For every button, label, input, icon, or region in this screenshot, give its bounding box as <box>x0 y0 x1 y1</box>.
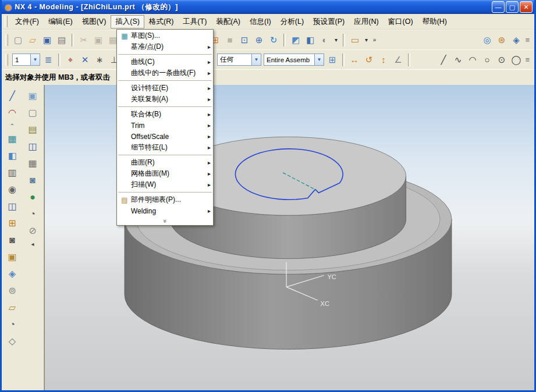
line-tool-icon[interactable]: ╱ <box>5 88 20 104</box>
circle-tool-icon[interactable]: ○ <box>480 53 494 67</box>
view-sync-icon[interactable]: ◎ <box>480 33 494 47</box>
toolbar-icon[interactable] <box>343 34 345 47</box>
shaded-view-icon[interactable]: ◩ <box>289 33 303 47</box>
spline-tool-icon[interactable]: ∿ <box>451 53 465 67</box>
menu-item-sketch[interactable]: ▦ 草图(S)... <box>117 30 213 41</box>
titlebar[interactable]: ◉ NX 4 - Modeling - [ZhiChiLun.prt （修改的）… <box>2 0 534 14</box>
snapshot-icon[interactable]: ▢ <box>25 105 40 120</box>
menubar-item-window[interactable]: 窗口(O) <box>384 15 418 28</box>
arc-tool-icon[interactable]: ◠ <box>5 105 20 120</box>
menu-item-surface[interactable]: 曲面(R) ▸ <box>117 157 213 168</box>
cut-icon[interactable]: ✂ <box>77 33 91 47</box>
reference-book-icon[interactable]: ◫ <box>5 199 20 214</box>
line-tool-icon[interactable]: ╱ <box>436 53 450 67</box>
chevron-down-icon[interactable]: ▼ <box>30 54 40 65</box>
menu-item-design-feature[interactable]: 设计特征(E) ▸ <box>117 83 213 94</box>
shaded-sphere-icon[interactable]: ◙ <box>25 173 40 188</box>
chevron-down-icon[interactable]: ▼ <box>314 54 324 65</box>
datum-plane-icon[interactable]: ◧ <box>5 148 20 163</box>
view-dropdown-icon[interactable]: ▾ <box>332 33 340 47</box>
rotate-object-icon[interactable]: ↺ <box>362 53 376 67</box>
menubar-item-format[interactable]: 格式(R) <box>144 15 178 28</box>
menubar-item-edit[interactable]: 编辑(E) <box>44 15 77 28</box>
restore-button[interactable]: ▢ <box>506 1 519 13</box>
menu-item-combine[interactable]: 联合体(B) ▸ <box>117 109 213 120</box>
menu-item-curve-from-curve[interactable]: 曲线中的一条曲线(F) ▸ <box>117 67 213 79</box>
new-file-icon[interactable]: ▢ <box>11 33 25 47</box>
scale-object-icon[interactable]: ↕ <box>377 53 391 67</box>
more-tools-icon[interactable]: ◇ <box>5 334 20 349</box>
zoom-in-out-icon[interactable]: ⊕ <box>252 33 266 47</box>
save-icon[interactable]: ▣ <box>40 33 54 47</box>
menubar-item-analysis[interactable]: 分析(L) <box>276 15 308 28</box>
menu-item-detail-feature[interactable]: 细节特征(L) ▸ <box>117 142 213 153</box>
menu-item-welding[interactable]: Welding ▸ <box>117 205 213 216</box>
tube-icon[interactable]: ▱ <box>5 300 20 315</box>
menubar-item-view[interactable]: 视图(V) <box>77 15 111 28</box>
menubar-item-file[interactable]: 文件(F) <box>10 15 44 28</box>
toolbar-handle-icon[interactable]: ≣ <box>524 53 531 67</box>
sphere-icon[interactable]: ◙ <box>5 233 20 248</box>
circle-center-tool-icon[interactable]: ⊙ <box>495 53 509 67</box>
boss-icon[interactable]: ⊞ <box>5 216 20 231</box>
customize-icon[interactable]: ⊛ <box>495 33 509 47</box>
angle-snap-icon[interactable]: ∠ <box>391 53 405 67</box>
display-mode-icon[interactable]: ■ <box>223 33 237 47</box>
layer-settings-icon[interactable]: ≣ <box>41 53 55 67</box>
tools-icon[interactable]: ◈ <box>509 33 523 47</box>
measure-dropdown-icon[interactable]: ▾ <box>363 33 370 47</box>
hole-icon[interactable]: ◉ <box>5 182 20 197</box>
toolbar-icon[interactable] <box>72 34 74 47</box>
wireframe-view-icon[interactable]: ◧ <box>303 33 317 47</box>
toolbar-icon[interactable] <box>342 54 345 66</box>
zoom-window-icon[interactable]: ⊡ <box>237 33 251 47</box>
move-object-icon[interactable]: ↔ <box>347 53 361 67</box>
sweep-icon[interactable]: ◔ <box>5 317 20 332</box>
disable-icon[interactable]: ⊘ <box>25 223 40 238</box>
chevron-down-icon[interactable]: ▼ <box>251 54 261 65</box>
snap-endpoint-icon[interactable]: ✕ <box>78 53 92 67</box>
close-button[interactable]: ✕ <box>520 1 533 13</box>
menubar-grip[interactable] <box>5 16 8 27</box>
grid-icon[interactable]: ▦ <box>25 156 40 171</box>
print-icon[interactable]: ▤ <box>55 33 69 47</box>
menu-item-associative-copy[interactable]: 关联复制(A) ▸ <box>117 94 213 105</box>
block-icon[interactable]: ▣ <box>5 250 20 265</box>
material-sphere-icon[interactable]: ● <box>25 190 40 205</box>
menubar-item-assemblies[interactable]: 装配(A) <box>211 15 245 28</box>
refresh-icon[interactable]: ↻ <box>267 33 281 47</box>
view-orient-icon[interactable]: ▣ <box>25 88 40 104</box>
menubar-item-information[interactable]: 信息(I) <box>245 15 276 28</box>
add-component-icon[interactable]: ⊞ <box>325 53 339 67</box>
menu-item-parts-list[interactable]: ▤ 部件明细表(P)... <box>117 194 213 205</box>
arc-tool-icon[interactable]: ◠ <box>466 53 480 67</box>
menu-item-curve[interactable]: 曲线(C) ▸ <box>117 56 213 67</box>
toolbar-icon[interactable] <box>58 54 61 66</box>
menu-item-mesh-surface[interactable]: 网格曲面(M) ▸ <box>117 168 213 179</box>
snap-midpoint-icon[interactable]: ∗ <box>93 53 107 67</box>
layer-combo[interactable]: 1 ▼ <box>12 54 40 66</box>
menubar-item-insert[interactable]: 插入(S) <box>111 15 144 28</box>
collapse-panel-icon[interactable]: ◂ <box>25 240 40 248</box>
info-book-icon[interactable]: ◫ <box>25 139 40 154</box>
snap-point-icon[interactable]: ⌖ <box>63 53 77 67</box>
toolbar-icon[interactable] <box>408 54 410 66</box>
toolbar-handle-icon[interactable]: ≣ <box>524 33 531 47</box>
open-folder-icon[interactable]: ▱ <box>26 33 40 47</box>
menu-item-datum-point[interactable]: 基准/点(D) ▸ <box>117 41 213 52</box>
toolbar-grip[interactable] <box>5 34 8 46</box>
menu-item-trim[interactable]: Trim ▸ <box>117 120 213 131</box>
toolbar-icon[interactable] <box>283 34 286 47</box>
copy-icon[interactable]: ▣ <box>91 33 105 47</box>
rotate-view-icon[interactable]: ◐ <box>318 33 332 47</box>
expand-chevrons-icon[interactable]: ⌃ <box>5 122 20 130</box>
ellipse-tool-icon[interactable]: ◯ <box>509 53 523 67</box>
measure-icon[interactable]: ▭ <box>348 33 362 47</box>
menubar-item-application[interactable]: 应用(N) <box>349 15 383 28</box>
sketch-tool-icon[interactable]: ▦ <box>5 131 20 147</box>
menubar-item-help[interactable]: 帮助(H) <box>418 15 452 28</box>
cone-icon[interactable]: ⊚ <box>5 283 20 298</box>
menubar-item-tools[interactable]: 工具(T) <box>178 15 211 28</box>
history-clock-icon[interactable]: ◔ <box>25 206 40 222</box>
menubar-item-preferences[interactable]: 预设置(P) <box>308 15 349 28</box>
